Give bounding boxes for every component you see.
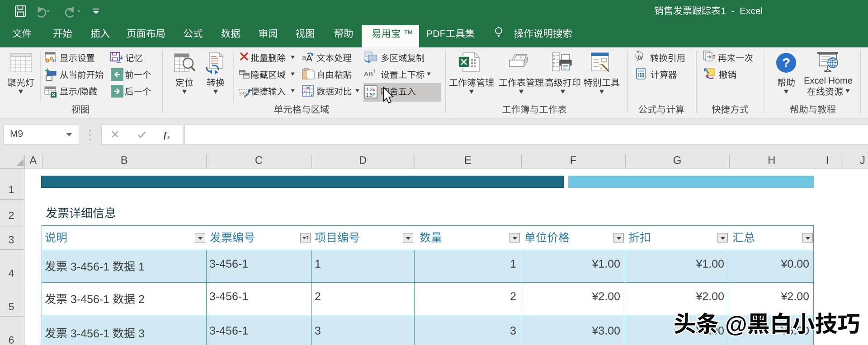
svg-text:x: x [167, 134, 170, 140]
svg-text:fx: fx [637, 54, 642, 61]
svg-text:1.5: 1.5 [366, 92, 373, 98]
svg-text:1.3: 1.3 [366, 87, 373, 92]
svg-text:1: 1 [373, 69, 376, 74]
svg-text:?: ? [782, 55, 790, 70]
svg-text:f: f [164, 130, 167, 140]
svg-text:AB: AB [364, 70, 373, 78]
